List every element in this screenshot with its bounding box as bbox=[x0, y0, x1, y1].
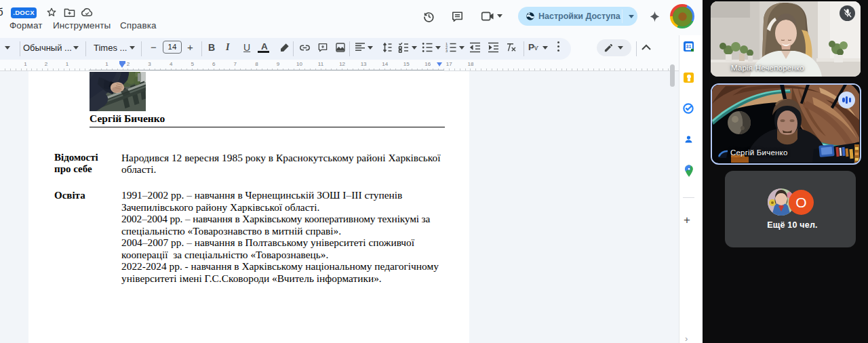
svg-text:3: 3 bbox=[446, 49, 448, 53]
